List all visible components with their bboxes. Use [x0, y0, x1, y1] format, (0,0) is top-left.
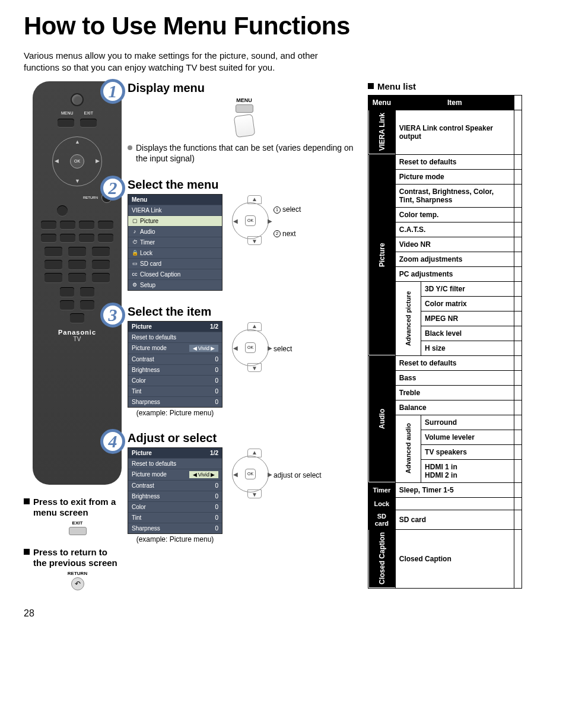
return-note: Press to return to the previous screen R…	[24, 547, 122, 590]
step-number-icon: 3	[100, 303, 125, 328]
osd-main-menu: Menu VIERA Link ▢Picture ♪Audio ⏱Timer 🔒…	[128, 194, 222, 291]
remote-brand: Panasonic	[39, 329, 116, 336]
hand-press-icon	[234, 114, 255, 138]
osd-picture-menu: Picture1/2 Reset to defaults Picture mod…	[128, 321, 222, 408]
remote-illustration: MENUEXIT OK ▲▼◀▶ RETURN↶	[33, 81, 122, 485]
step-number-icon: 1	[100, 79, 125, 104]
remote-dpad[interactable]: OK ▲▼◀▶	[47, 132, 107, 191]
osd-picture-menu: Picture1/2 Reset to defaults Picture mod…	[128, 447, 222, 534]
step-title: Select the menu	[128, 178, 356, 192]
step-title: Display menu	[128, 81, 356, 95]
exit-note: Press to exit from a menu screen EXIT	[24, 497, 122, 535]
remote-sublabel: TV	[39, 336, 116, 342]
menu-button-icon	[236, 104, 253, 113]
dpad-icon: OK ▲▼◀▶	[230, 194, 271, 244]
remote-ok-button[interactable]: OK	[70, 154, 84, 169]
exit-button-icon	[69, 527, 87, 535]
remote-menu-button[interactable]	[58, 119, 74, 127]
step-3: 3 Select the item Picture1/2 Reset to de…	[128, 305, 356, 417]
step-number-icon: 4	[100, 429, 125, 454]
menu-list-heading: Menu list	[368, 81, 522, 91]
page-number: 28	[24, 608, 542, 619]
dpad-icon: OK ▲▼◀▶	[230, 447, 271, 497]
step-2: 2 Select the menu Menu VIERA Link ▢Pictu…	[128, 178, 356, 291]
menu-list-table: MenuItem VIERA LinkVIERA Link control Sp…	[368, 95, 522, 589]
step-title: Adjust or select	[128, 431, 356, 445]
step-1: 1 Display menu MENU Displays the functio…	[128, 81, 356, 164]
step-4: 4 Adjust or select Picture1/2 Reset to d…	[128, 431, 356, 543]
step-number-icon: 2	[100, 176, 125, 201]
dpad-icon: OK ▲▼◀▶	[230, 321, 271, 371]
remote-exit-button[interactable]	[80, 119, 97, 127]
step-title: Select the item	[128, 305, 356, 319]
intro-text: Various menus allow you to make settings…	[24, 50, 344, 74]
page-title: How to Use Menu Functions	[24, 12, 542, 40]
return-button-icon: ↶	[71, 577, 84, 590]
